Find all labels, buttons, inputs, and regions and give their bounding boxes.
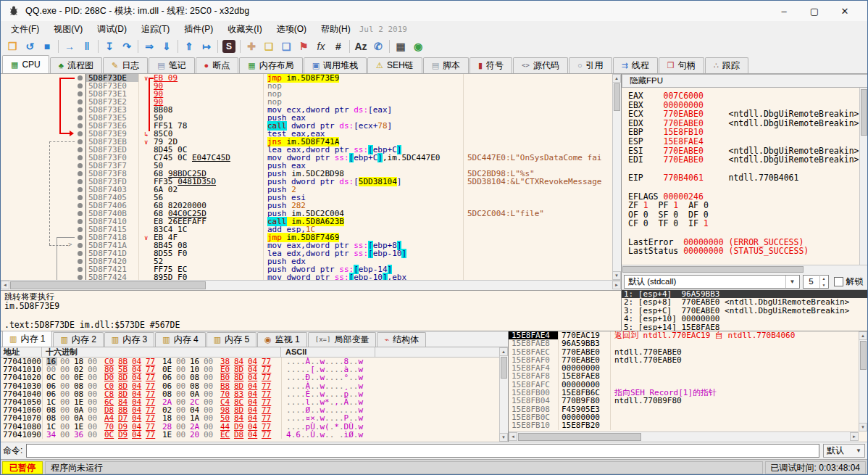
register-row[interactable]: EDI 770EABE0 <ntdll.DbgUiRemoteBreakin> [628, 155, 859, 165]
scrollbar-thumb[interactable] [518, 433, 641, 441]
dump-byte[interactable]: 00 [60, 373, 74, 381]
tab-graph[interactable]: ♣流程图 [50, 57, 102, 73]
breakpoint-dot[interactable] [78, 227, 83, 232]
calling-convention-select[interactable]: 默认 (stdcall) [624, 275, 800, 289]
tab-dump-5[interactable]: ▥内存 5 [206, 332, 256, 347]
dump-byte[interactable]: 84 [234, 414, 248, 422]
dump-byte[interactable]: 0E [74, 373, 88, 381]
breakpoint-dot[interactable] [78, 139, 83, 144]
tab-notes[interactable]: ▤笔记 [149, 57, 194, 73]
dump-byte[interactable]: 77 [146, 414, 159, 422]
dump-byte[interactable]: 8D [234, 373, 248, 381]
menu-item-6[interactable]: 选项(O) [270, 22, 314, 37]
breakpoint-dot[interactable] [78, 83, 83, 88]
command-mode-select[interactable]: 默认 [823, 444, 865, 458]
dump-byte[interactable]: 1A [190, 414, 204, 422]
tab-cpu[interactable]: ▦CPU [2, 55, 49, 73]
register-row[interactable]: LastStatus 00000000 (STATUS_SUCCESS) [628, 247, 859, 256]
tab-breakpoints[interactable]: ●断点 [196, 57, 239, 73]
tab-struct[interactable]: ⌁结构体 [377, 332, 426, 347]
register-row[interactable] [628, 256, 859, 265]
dump-byte[interactable]: EC [220, 431, 234, 439]
breakpoint-dot[interactable] [78, 179, 83, 184]
dump-byte[interactable]: 08 [46, 414, 60, 422]
scrollbar-thumb[interactable] [614, 83, 620, 111]
run-to-selection-icon[interactable]: ⇒ [141, 38, 158, 54]
stack-vertical-scrollbar[interactable] [859, 331, 867, 431]
execute-till-return-icon[interactable]: ⇑ [180, 38, 198, 54]
font-icon[interactable]: Az [352, 38, 370, 54]
breakpoint-dot[interactable] [78, 243, 83, 248]
dump-byte[interactable]: 0C [46, 373, 60, 381]
breakpoint-dot[interactable] [78, 195, 83, 200]
menu-item-0[interactable]: 文件(F) [4, 22, 46, 37]
menu-item-1[interactable]: 视图(V) [46, 22, 90, 37]
dump-byte[interactable]: 77 [146, 431, 159, 439]
menu-item-4[interactable]: 插件(P) [177, 22, 220, 37]
breakpoint-dot[interactable] [78, 251, 83, 256]
disasm-vertical-scrollbar[interactable] [612, 74, 621, 280]
step-over-icon[interactable]: ↷ [118, 38, 135, 54]
run-icon[interactable]: → [61, 38, 78, 54]
tab-handles[interactable]: ❒句柄 [659, 57, 704, 73]
dump-byte[interactable]: 00 [60, 414, 74, 422]
dump-byte[interactable]: 0C [104, 431, 118, 439]
stack-row[interactable]: 15E8FB1015E8FB20 [509, 421, 859, 429]
dump-byte[interactable]: 04 [248, 373, 262, 381]
breakpoint-dot[interactable] [78, 187, 83, 192]
dump-row[interactable]: 770410801C001E0070D9047728002A0044D90477… [1, 423, 508, 431]
dump-row[interactable]: 770410200C000E00D08D047706000800B08D0477… [1, 373, 508, 381]
dump-byte[interactable]: 00 [204, 373, 217, 381]
breakpoint-dot[interactable] [78, 163, 83, 168]
scrollbar-thumb[interactable] [501, 357, 507, 379]
registers-vertical-scrollbar[interactable] [859, 88, 868, 265]
tab-references[interactable]: ○引用 [569, 57, 612, 73]
dump-byte[interactable]: 04 [132, 373, 146, 381]
dump-byte[interactable]: 36 [74, 431, 88, 439]
scrollbar-thumb[interactable] [622, 266, 804, 273]
stop-icon[interactable]: ■ [38, 38, 56, 54]
tab-seh[interactable]: ⚠SEH链 [367, 57, 422, 73]
scylla-icon[interactable]: S [222, 40, 235, 53]
dump-byte[interactable]: 00 [60, 431, 74, 439]
minimize-button[interactable]: – [769, 1, 799, 20]
dump-byte[interactable]: 8D [118, 373, 132, 381]
step-into-icon[interactable]: ↧ [101, 38, 118, 54]
dump-byte[interactable]: 77 [146, 373, 159, 381]
dump-byte[interactable]: 04 [132, 414, 146, 422]
stack-row[interactable]: 15E8FB04770B9F80ntdll.770B9F80 [509, 397, 859, 405]
dump-byte[interactable]: 00 [176, 414, 190, 422]
stack-address[interactable]: 15E8FAE8 [509, 339, 558, 347]
dump-byte[interactable]: 0A [74, 414, 88, 422]
breakpoint-dot[interactable] [78, 171, 83, 176]
menu-item-7[interactable]: 帮助(H) [314, 22, 358, 37]
function-icon[interactable]: fx [312, 38, 330, 54]
dump-byte[interactable]: 08 [190, 373, 204, 381]
dump-byte[interactable]: 00 [88, 373, 101, 381]
breakpoint-dot[interactable] [78, 259, 83, 264]
scroll-left-icon[interactable] [1, 281, 9, 289]
breakpoint-dot[interactable] [78, 155, 83, 160]
hash-icon[interactable]: # [330, 38, 347, 54]
register-row[interactable]: EIP 770B4061 ntdll.770B4061 [628, 173, 859, 183]
breakpoint-dot[interactable] [78, 123, 83, 128]
stack-address[interactable]: 15E8FB04 [509, 397, 558, 405]
tab-threads[interactable]: ⇉线程 [613, 57, 658, 73]
scroll-down-icon[interactable] [859, 423, 867, 431]
dump-byte[interactable]: 77 [262, 414, 275, 422]
tab-watch-1[interactable]: ◉监视 1 [257, 332, 307, 347]
comment-icon[interactable]: ❏ [260, 38, 277, 54]
tab-dump-4[interactable]: ▥内存 4 [155, 332, 205, 347]
scrollbar-thumb[interactable] [860, 341, 867, 370]
scroll-up-icon[interactable] [859, 331, 867, 340]
maximize-button[interactable]: ▢ [799, 1, 830, 20]
dump-byte[interactable]: 20 [190, 431, 204, 439]
dump-byte[interactable]: 18 [162, 414, 176, 422]
stepper-arrows-icon[interactable]: ▲▼ [819, 275, 828, 288]
modules-icon[interactable]: ✆ [370, 38, 387, 54]
scrollbar-thumb[interactable] [861, 89, 867, 136]
scrollbar-thumb[interactable] [10, 281, 206, 289]
breakpoint-dot[interactable] [78, 99, 83, 104]
scroll-up-icon[interactable] [499, 347, 508, 356]
tab-log[interactable]: ✎日志 [103, 57, 148, 73]
